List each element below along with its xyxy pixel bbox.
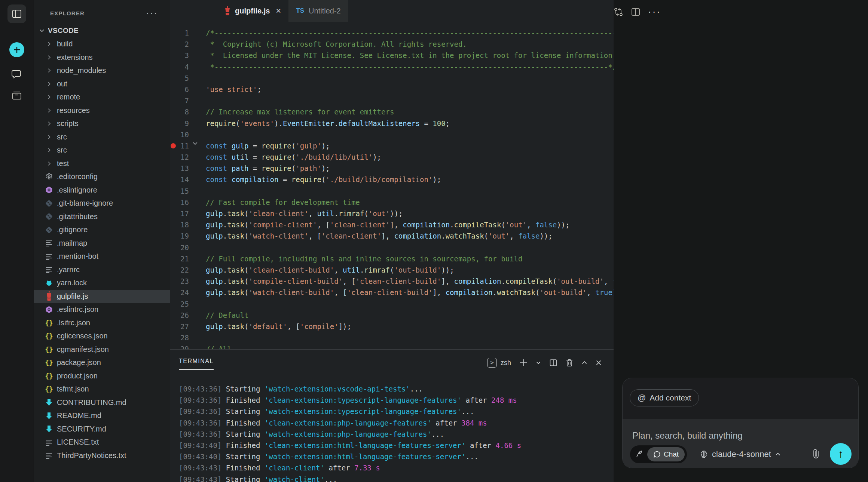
- chat-history-button[interactable]: [0, 68, 33, 80]
- sidebar-toggle-button[interactable]: [0, 4, 33, 23]
- tree-file-SECURITY.md[interactable]: SECURITY.md: [34, 423, 170, 436]
- chevron-right-icon: [46, 161, 53, 166]
- tree-file-.editorconfig[interactable]: .editorconfig: [34, 170, 170, 184]
- json-icon: {}: [44, 358, 54, 367]
- close-panel-icon[interactable]: [596, 360, 602, 366]
- compare-changes-icon[interactable]: [614, 7, 623, 17]
- tree-folder-test[interactable]: test: [34, 157, 170, 171]
- send-button[interactable]: ↑: [830, 443, 852, 465]
- split-editor-icon[interactable]: [631, 7, 641, 17]
- tree-file-package.json[interactable]: {}package.json: [34, 356, 170, 369]
- tree-file-.git-blame-ignore[interactable]: .git-blame-ignore: [34, 197, 170, 210]
- tree-file-.mention-bot[interactable]: .mention-bot: [34, 250, 170, 263]
- line-number: 25: [170, 298, 189, 310]
- attach-icon[interactable]: [811, 448, 821, 460]
- tree-item-label: CONTRIBUTING.md: [57, 398, 126, 407]
- code-line-12: 12const util = require('./build/lib/util…: [170, 151, 614, 163]
- lines-icon: [44, 265, 54, 274]
- tree-file-gulpfile.js[interactable]: gulpfile.js: [34, 290, 170, 303]
- line-number: 11: [170, 140, 189, 151]
- tree-root-vscode[interactable]: VSCODE: [34, 24, 170, 37]
- tree-file-product.json[interactable]: {}product.json: [34, 369, 170, 383]
- archive-button[interactable]: [0, 90, 33, 101]
- tree-folder-resources[interactable]: resources: [34, 104, 170, 117]
- new-chat-button[interactable]: [0, 42, 33, 57]
- code-line-17: 17gulp.task('clean-client', util.rimraf(…: [170, 208, 614, 219]
- line-number: 2: [170, 39, 189, 50]
- split-terminal-icon[interactable]: [549, 359, 557, 367]
- tree-item-label: .mailmap: [57, 239, 87, 248]
- tree-folder-extensions[interactable]: extensions: [34, 51, 170, 64]
- maximize-panel-icon[interactable]: [581, 360, 587, 366]
- tree-folder-scripts[interactable]: scripts: [34, 117, 170, 131]
- tree-folder-src[interactable]: src: [34, 131, 170, 144]
- tree-folder-build[interactable]: build: [34, 37, 170, 51]
- tree-item-label: test: [57, 159, 69, 168]
- tree-file-cgmanifest.json[interactable]: {}cgmanifest.json: [34, 343, 170, 356]
- terminal-tab[interactable]: TERMINAL: [179, 358, 214, 370]
- code-editor[interactable]: 1/*-------------------------------------…: [170, 22, 614, 349]
- markdown-icon: [44, 424, 54, 433]
- tree-file-.eslintignore[interactable]: .eslintignore: [34, 184, 170, 197]
- tree-file-ThirdPartyNotices.txt[interactable]: ThirdPartyNotices.txt: [34, 449, 170, 463]
- more-actions-icon[interactable]: ···: [648, 6, 661, 18]
- tab-untitled-2[interactable]: TS Untitled-2: [288, 0, 348, 22]
- code-line-16: 16// Fast compile for development time: [170, 197, 614, 208]
- yarn-icon: [44, 279, 54, 288]
- model-selector[interactable]: claude-4-sonnet: [699, 445, 781, 463]
- terminal-dropdown-icon[interactable]: [536, 360, 541, 365]
- chat-toolbar: Chat claude-4-sonnet: [623, 445, 858, 463]
- chat-input-box: @ Add context Plan, search, build anythi…: [622, 378, 859, 468]
- fold-chevron-icon[interactable]: [192, 140, 198, 147]
- kill-terminal-icon[interactable]: [566, 359, 573, 367]
- chevron-right-icon: [46, 81, 53, 87]
- tree-folder-src[interactable]: src: [34, 144, 170, 157]
- terminal-output[interactable]: [09:43:36] Starting 'watch-extension:vsc…: [179, 383, 605, 482]
- assistant-panel: ··· @ Add context Plan, search, build an…: [614, 0, 868, 482]
- code-line-11: 11const gulp = require('gulp');: [170, 140, 614, 151]
- chat-mode-pill[interactable]: Chat: [647, 447, 685, 461]
- tree-file-LICENSE.txt[interactable]: LICENSE.txt: [34, 436, 170, 449]
- tree-file-.gitattributes[interactable]: .gitattributes: [34, 210, 170, 224]
- code-line-3: 3 * Licensed under the MIT License. See …: [170, 50, 614, 61]
- tree-item-label: .yarnrc: [57, 265, 80, 274]
- gulp-icon: [224, 6, 230, 16]
- code-line-6: 6'use strict';: [170, 84, 614, 95]
- tree-file-.eslintrc.json[interactable]: .eslintrc.json: [34, 303, 170, 316]
- chat-input-area[interactable]: Plan, search, build anything: [623, 419, 858, 468]
- line-number: 21: [170, 253, 189, 264]
- tree-file-.gitignore[interactable]: .gitignore: [34, 223, 170, 237]
- add-context-button[interactable]: @ Add context: [630, 389, 699, 406]
- gear-icon: [44, 172, 54, 181]
- tree-file-CONTRIBUTING.md[interactable]: CONTRIBUTING.md: [34, 396, 170, 409]
- tree-file-cglicenses.json[interactable]: {}cglicenses.json: [34, 329, 170, 343]
- tree-item-label: .mention-bot: [57, 252, 98, 261]
- tree-folder-node_modules[interactable]: node_modules: [34, 64, 170, 77]
- terminal-shell[interactable]: > zsh: [487, 358, 511, 368]
- explorer-more-icon[interactable]: ···: [146, 7, 158, 19]
- chevron-right-icon: [46, 68, 53, 73]
- code-line-2: 2 * Copyright (c) Microsoft Corporation.…: [170, 39, 614, 50]
- tab-gulpfile[interactable]: gulpfile.js ×: [217, 0, 288, 22]
- tree-item-label: package.json: [57, 358, 101, 367]
- new-terminal-icon[interactable]: [519, 359, 528, 367]
- tree-file-.yarnrc[interactable]: .yarnrc: [34, 263, 170, 277]
- tree-file-.mailmap[interactable]: .mailmap: [34, 237, 170, 250]
- tree-item-label: .editorconfig: [57, 172, 98, 181]
- eslint-icon: [44, 305, 54, 314]
- tree-file-.lsifrc.json[interactable]: {}.lsifrc.json: [34, 316, 170, 330]
- tree-file-tsfmt.json[interactable]: {}tsfmt.json: [34, 383, 170, 396]
- line-number: 10: [170, 129, 189, 140]
- tree-file-yarn.lock[interactable]: yarn.lock: [34, 276, 170, 290]
- tree-item-label: .gitattributes: [57, 212, 98, 221]
- chevron-up-icon: [775, 451, 781, 457]
- tree-file-README.md[interactable]: README.md: [34, 409, 170, 423]
- mode-toggle[interactable]: Chat: [630, 445, 687, 463]
- tree-folder-out[interactable]: out: [34, 77, 170, 91]
- tree-item-label: scripts: [57, 119, 79, 128]
- tree-item-label: product.json: [57, 372, 98, 380]
- tree-item-label: remote: [57, 93, 80, 101]
- code-line-9: 9require('events').EventEmitter.defaultM…: [170, 118, 614, 129]
- tree-folder-remote[interactable]: remote: [34, 90, 170, 104]
- close-icon[interactable]: ×: [276, 6, 281, 16]
